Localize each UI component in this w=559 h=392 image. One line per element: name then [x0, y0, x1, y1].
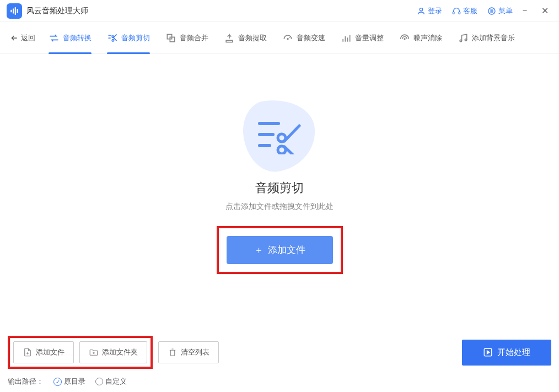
output-original-label: 原目录 [64, 377, 85, 386]
menu-label: 菜单 [498, 6, 513, 16]
svg-point-4 [420, 8, 422, 10]
tab-audio-speed[interactable]: 音频变速 [277, 22, 331, 54]
back-label: 返回 [21, 33, 35, 43]
check-icon: ✓ [53, 378, 62, 386]
plus-icon: ＋ [254, 244, 264, 256]
login-label: 登录 [428, 6, 442, 16]
music-icon [458, 33, 469, 44]
add-file-main-button[interactable]: ＋ 添加文件 [227, 236, 333, 264]
login-button[interactable]: 登录 [417, 6, 442, 16]
add-folder-label: 添加文件夹 [102, 347, 138, 357]
user-icon [417, 7, 426, 15]
tab-audio-extract[interactable]: 音频提取 [218, 22, 272, 54]
arrow-left-icon [10, 34, 19, 42]
tab-label: 音频转换 [63, 33, 92, 43]
speed-icon [282, 33, 293, 44]
menu-icon [487, 7, 496, 15]
add-file-main-label: 添加文件 [268, 244, 305, 256]
highlight-box-primary: ＋ 添加文件 [217, 226, 343, 274]
add-file-label: 添加文件 [36, 347, 64, 357]
extract-icon [224, 33, 235, 44]
output-custom-radio[interactable]: 自定义 [95, 377, 127, 386]
headset-icon [452, 7, 461, 15]
cut-illustration [244, 99, 315, 171]
noise-icon [399, 33, 410, 44]
tab-noise-remove[interactable]: 噪声消除 [394, 22, 448, 54]
tab-audio-convert[interactable]: 音频转换 [43, 22, 97, 54]
add-file-button[interactable]: 添加文件 [13, 341, 74, 363]
app-title: 风云音频处理大师 [26, 6, 88, 16]
tab-label: 音频剪切 [121, 33, 150, 43]
tab-audio-cut[interactable]: 音频剪切 [101, 22, 155, 54]
add-folder-button[interactable]: 添加文件夹 [79, 341, 147, 363]
svg-point-22 [404, 38, 405, 39]
drop-zone[interactable]: 音频剪切 点击添加文件或拖拽文件到此处 ＋ 添加文件 [0, 54, 559, 319]
output-custom-label: 自定义 [105, 377, 127, 386]
svg-rect-1 [13, 8, 14, 13]
svg-rect-3 [17, 9, 18, 13]
close-button[interactable]: ✕ [537, 6, 552, 16]
start-label: 开始处理 [497, 347, 530, 358]
svg-rect-6 [459, 12, 460, 14]
svg-rect-2 [15, 7, 16, 15]
drop-title: 音频剪切 [255, 180, 304, 196]
start-process-button[interactable]: 开始处理 [462, 340, 551, 366]
svg-point-23 [460, 40, 461, 41]
highlight-box-secondary: 添加文件 添加文件夹 [8, 336, 153, 369]
tab-audio-merge[interactable]: 音频合并 [160, 22, 214, 54]
merge-icon [165, 33, 176, 44]
tab-label: 音频合并 [180, 33, 208, 43]
drop-subtitle: 点击添加文件或拖拽文件到此处 [225, 202, 334, 212]
output-original-radio[interactable]: ✓ 原目录 [53, 377, 85, 386]
tab-label: 噪声消除 [413, 33, 442, 43]
svg-rect-5 [453, 12, 454, 14]
tab-volume-adjust[interactable]: 音量调整 [335, 22, 389, 54]
tab-add-bgm[interactable]: 添加背景音乐 [452, 22, 520, 54]
minimize-button[interactable]: － [517, 5, 533, 17]
file-plus-icon [23, 347, 33, 357]
clear-list-button[interactable]: 清空列表 [158, 341, 219, 363]
convert-icon [49, 33, 60, 44]
tab-label: 音频提取 [238, 33, 267, 43]
output-path-label: 输出路径： [8, 377, 44, 386]
radio-icon [95, 378, 103, 385]
svg-rect-0 [10, 9, 12, 12]
svg-point-14 [112, 39, 114, 41]
svg-point-24 [465, 39, 466, 40]
tab-label: 音频变速 [297, 33, 325, 43]
trash-icon [168, 347, 178, 357]
folder-plus-icon [89, 347, 99, 357]
clear-label: 清空列表 [181, 347, 209, 357]
play-icon [483, 347, 493, 357]
support-button[interactable]: 客服 [452, 6, 477, 16]
tab-label: 音量调整 [355, 33, 384, 43]
support-label: 客服 [463, 6, 477, 16]
app-logo [7, 3, 22, 19]
equalizer-icon [341, 33, 352, 44]
back-button[interactable]: 返回 [7, 33, 39, 43]
menu-button[interactable]: 菜单 [487, 6, 513, 16]
scissors-icon [107, 33, 118, 44]
tab-label: 添加背景音乐 [472, 33, 515, 43]
